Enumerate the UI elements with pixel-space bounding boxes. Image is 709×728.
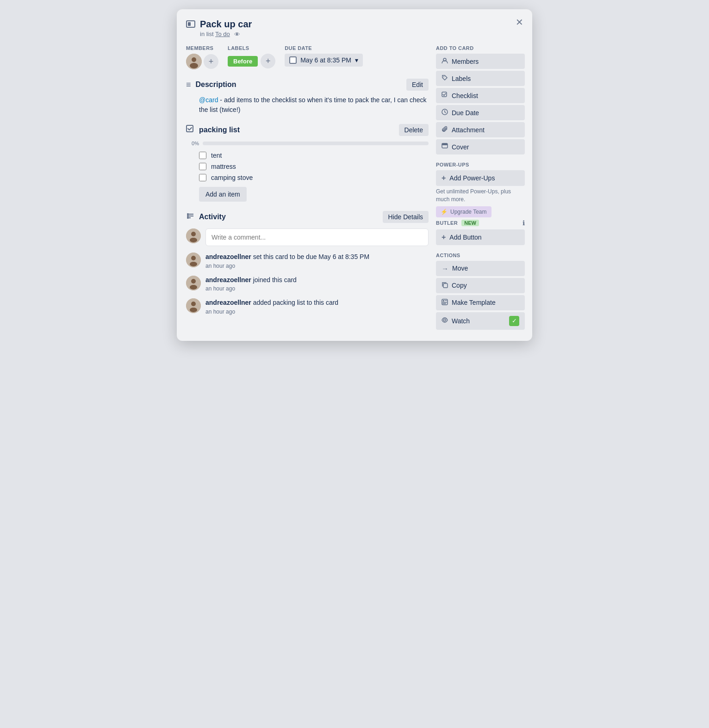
sidebar-members-button[interactable]: Members <box>436 54 525 69</box>
checklist-sidebar-icon <box>442 92 448 99</box>
svg-rect-1 <box>188 22 191 26</box>
event-content-0: andreazoellner set this card to be due M… <box>205 253 369 269</box>
card-modal: ✕ Pack up car in list To do 👁 MEMBERS <box>177 9 532 341</box>
add-item-button[interactable]: Add an item <box>199 187 247 202</box>
event-avatar-2 <box>186 298 201 313</box>
sidebar-due-date-button[interactable]: Due Date <box>436 105 525 120</box>
labels-label: LABELS <box>228 45 275 51</box>
info-icon[interactable]: ℹ <box>522 219 525 227</box>
close-icon: ✕ <box>516 17 523 28</box>
sidebar-labels-button[interactable]: Labels <box>436 71 525 86</box>
add-label-button[interactable]: + <box>261 54 275 68</box>
add-power-ups-label: Add Power-Ups <box>449 174 495 182</box>
svg-point-14 <box>190 238 197 242</box>
member-avatar[interactable] <box>186 54 202 69</box>
plus-add-icon: + <box>442 233 446 241</box>
checklist-item-checkbox-1[interactable] <box>199 163 206 170</box>
copy-icon <box>442 282 448 290</box>
event-action-0: set this card to be due May 6 at 8:35 PM <box>251 253 369 260</box>
svg-point-19 <box>191 279 196 284</box>
mention-text: @card <box>199 96 218 104</box>
progress-bar-bg <box>203 142 429 145</box>
main-content: MEMBERS + LABELS <box>186 45 525 332</box>
copy-button[interactable]: Copy <box>436 278 525 293</box>
checklist-header: packing list Delete <box>186 124 429 136</box>
left-column: MEMBERS + LABELS <box>186 45 429 332</box>
due-date-section: DUE DATE May 6 at 8:35 PM ▾ <box>285 45 363 67</box>
checklist-item-checkbox-2[interactable] <box>199 174 206 181</box>
power-ups-title: POWER-UPS <box>436 162 525 167</box>
checklist-icon <box>186 125 194 136</box>
watch-checkmark: ✓ <box>509 316 519 326</box>
add-button-button[interactable]: + Add Button <box>436 229 525 245</box>
watch-label: Watch <box>452 317 470 325</box>
checklist-progress: 0% <box>186 141 429 146</box>
svg-point-13 <box>191 232 196 236</box>
add-member-button[interactable]: + <box>204 54 218 69</box>
svg-point-11 <box>187 217 189 219</box>
sidebar-checklist-label: Checklist <box>452 92 478 99</box>
event-user-2: andreazoellner <box>205 299 251 306</box>
sidebar-labels-label: Labels <box>452 75 471 82</box>
event-avatar-1 <box>186 276 201 290</box>
close-button[interactable]: ✕ <box>512 15 527 30</box>
card-header: Pack up car in list To do 👁 <box>186 19 525 38</box>
make-template-button[interactable]: Make Template <box>436 295 525 310</box>
butler-title: BUTLER <box>436 220 458 226</box>
label-badge[interactable]: Before <box>228 56 258 67</box>
checklist-item-label-2: camping stove <box>211 174 253 181</box>
svg-point-20 <box>190 285 197 290</box>
event-text-2: andreazoellner added packing list to thi… <box>205 298 338 308</box>
checklist-title: packing list <box>199 126 394 134</box>
due-date-button[interactable]: May 6 at 8:35 PM ▾ <box>285 54 363 67</box>
add-button-label: Add Button <box>449 234 481 241</box>
copy-label: Copy <box>452 282 467 289</box>
event-action-2: added packing list to this card <box>251 299 338 306</box>
checklist-section: packing list Delete 0% tent <box>186 124 429 202</box>
upgrade-team-button[interactable]: ⚡ Upgrade Team <box>436 206 491 217</box>
due-date-checkbox[interactable] <box>289 56 297 64</box>
description-edit-button[interactable]: Edit <box>406 79 429 91</box>
event-action-1: joined this card <box>251 276 297 284</box>
actions-title: ACTIONS <box>436 253 525 258</box>
activity-section: Activity Hide Details <box>186 211 429 315</box>
card-header-text: Pack up car in list To do 👁 <box>200 19 252 38</box>
sidebar-cover-button[interactable]: Cover <box>436 139 525 154</box>
list-link[interactable]: To do <box>215 31 230 37</box>
move-button[interactable]: → Move <box>436 261 525 276</box>
description-text: @card - add items to the checklist so wh… <box>186 95 429 115</box>
sidebar-checklist-button[interactable]: Checklist <box>436 88 525 103</box>
add-power-ups-button[interactable]: + Add Power-Ups <box>436 170 525 186</box>
svg-point-17 <box>190 262 197 266</box>
meta-row: MEMBERS + LABELS <box>186 45 429 69</box>
checklist-item: camping stove <box>199 172 429 183</box>
due-date-value: May 6 at 8:35 PM <box>300 56 351 64</box>
add-to-card-title: ADD TO CARD <box>436 45 525 51</box>
sidebar-attachment-button[interactable]: Attachment <box>436 122 525 137</box>
sidebar-members-label: Members <box>452 58 479 65</box>
butler-new-badge: NEW <box>461 220 479 226</box>
svg-point-22 <box>191 302 196 306</box>
label-icon <box>442 74 448 82</box>
event-time-0: an hour ago <box>205 263 369 269</box>
svg-point-4 <box>190 63 198 68</box>
checklist-delete-button[interactable]: Delete <box>399 124 429 136</box>
card-list-info: in list To do 👁 <box>200 31 252 38</box>
svg-point-9 <box>187 213 189 215</box>
arrow-right-icon: → <box>442 265 448 272</box>
sidebar-due-date-label: Due Date <box>452 109 479 117</box>
description-section: ≡ Description Edit @card - add items to … <box>186 79 429 115</box>
svg-rect-32 <box>443 300 444 302</box>
svg-point-16 <box>191 256 196 260</box>
card-title: Pack up car <box>200 19 252 30</box>
hide-details-button[interactable]: Hide Details <box>383 211 429 223</box>
checklist-items: tent mattress camping stove <box>186 150 429 183</box>
checklist-item: mattress <box>199 161 429 172</box>
event-text-0: andreazoellner set this card to be due M… <box>205 253 369 262</box>
checklist-item-checkbox-0[interactable] <box>199 152 206 159</box>
upgrade-icon: ⚡ <box>441 209 448 215</box>
activity-title: Activity <box>199 213 383 221</box>
comment-input[interactable] <box>205 228 429 246</box>
watch-button[interactable]: Watch ✓ <box>436 312 525 330</box>
svg-point-10 <box>187 215 189 217</box>
